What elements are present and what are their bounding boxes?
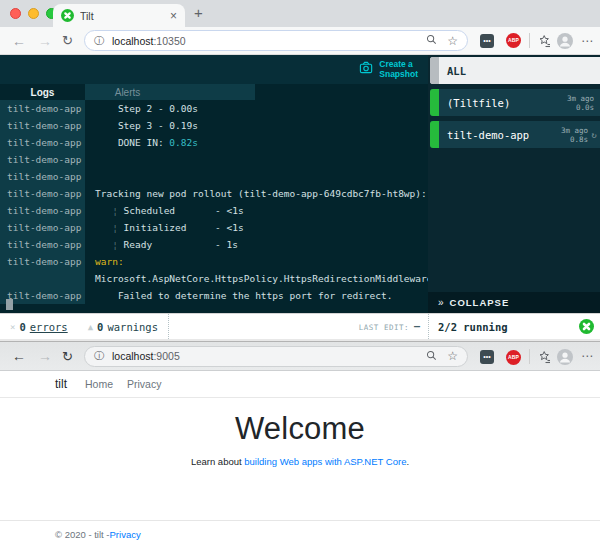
resource-card-all[interactable]: ALL <box>430 57 600 84</box>
tab-logs[interactable]: Logs <box>0 84 85 100</box>
nav-link-home[interactable]: Home <box>85 378 113 390</box>
running-status: 2/2 running <box>428 314 600 339</box>
tab-close-icon[interactable]: × <box>170 9 177 23</box>
new-tab-button[interactable]: + <box>194 4 203 21</box>
forward-icon[interactable]: → <box>38 349 52 363</box>
address-bar[interactable]: ⓘ localhost :10350 ☆ <box>84 30 468 51</box>
bookmarks-list-icon[interactable] <box>537 350 551 364</box>
running-count: 2/2 running <box>438 321 579 333</box>
warnings-status[interactable]: ▲ 0 warnings <box>78 314 168 339</box>
tab-alerts[interactable]: Alerts <box>85 84 170 100</box>
log-tree-bar: ¦ <box>95 239 124 250</box>
resource-sidebar: ALL (Tiltfile) 3m ago 0.0s tilt-demo-app… <box>428 55 600 313</box>
reload-icon[interactable]: ↻ <box>62 34 73 47</box>
url-host: localhost <box>112 350 153 362</box>
collapse-sidebar-button[interactable]: » COLLAPSE <box>428 292 600 313</box>
macos-close-button[interactable] <box>10 8 21 19</box>
browser-menu-icon[interactable]: ⋯ <box>581 34 593 48</box>
warnings-count: 0 <box>97 321 103 333</box>
log-source-label: tilt-demo-app <box>0 117 85 134</box>
resource-status-strip <box>430 89 439 116</box>
adblock-extension-icon[interactable]: ABP <box>506 350 521 365</box>
browser-window-tilt: Tilt × + ← → ↻ ⓘ localhost :10350 ☆ ••• … <box>0 0 600 339</box>
log-source-label: tilt-demo-app <box>0 185 85 202</box>
resource-last-deploy: 3m ago <box>561 126 588 135</box>
extension-icon[interactable]: ••• <box>480 34 494 48</box>
resource-status-strip <box>430 121 439 148</box>
tilt-favicon-icon <box>61 9 74 22</box>
site-footer: © 2020 - tilt - Privacy <box>0 520 600 547</box>
toolbar-divider <box>529 33 530 48</box>
adblock-extension-icon[interactable]: ABP <box>506 33 521 48</box>
tab-strip: Tilt × + <box>0 0 600 27</box>
warning-triangle-icon: ▲ <box>88 322 93 332</box>
reload-icon[interactable]: ↻ <box>62 350 73 363</box>
status-divider <box>168 314 169 339</box>
profile-avatar-icon[interactable] <box>557 33 573 49</box>
bookmark-star-icon[interactable]: ☆ <box>447 34 458 48</box>
resource-card-tiltfile[interactable]: (Tiltfile) 3m ago 0.0s <box>430 89 600 116</box>
address-bar[interactable]: ⓘ localhost :9005 ☆ <box>84 346 468 367</box>
errors-status[interactable]: × 0 errors <box>0 314 78 339</box>
log-source-label: tilt-demo-app <box>0 151 85 168</box>
browser-window-welcome: ← → ↻ ⓘ localhost :9005 ☆ ••• ABP ⋯ tilt… <box>0 341 600 547</box>
chevrons-right-icon: » <box>438 297 444 308</box>
log-line: Step 3 - 0.19s <box>95 120 198 131</box>
errors-link[interactable]: errors <box>30 321 68 333</box>
tilt-tabs: Logs Alerts <box>0 84 255 100</box>
resource-build-duration: 0.8s <box>570 135 588 144</box>
tilt-header: Create a Snapshot <box>0 55 428 84</box>
log-source-label: tilt-demo-app <box>0 219 85 236</box>
log-source-label: tilt-demo-app <box>0 202 85 219</box>
log-source-label: tilt-demo-app <box>0 168 85 185</box>
browser-menu-icon[interactable]: ⋯ <box>581 349 593 363</box>
browser-tab-tilt[interactable]: Tilt × <box>53 4 185 27</box>
back-icon[interactable]: ← <box>12 349 26 363</box>
zoom-search-icon[interactable] <box>426 34 437 47</box>
back-icon[interactable]: ← <box>12 34 26 48</box>
snapshot-label-line1: Create a <box>379 59 413 69</box>
log-line: Ready - 1s <box>124 239 238 250</box>
site-brand-link[interactable]: tilt <box>55 377 67 391</box>
log-row: tilt-demo-app Step 3 - 0.19s <box>0 117 428 134</box>
subtitle-text: Learn about <box>191 456 244 467</box>
log-tree-bar: ¦ <box>95 222 124 233</box>
log-pane[interactable]: tilt-demo-app Step 2 - 0.00s tilt-demo-a… <box>0 100 428 313</box>
browser-toolbar: ← → ↻ ⓘ localhost :10350 ☆ ••• ABP ⋯ <box>0 27 600 55</box>
log-row: tilt-demo-app Failed to determine the ht… <box>0 287 428 304</box>
log-row: tilt-demo-app Step 2 - 0.00s <box>0 100 428 117</box>
spinner-icon: ↻ <box>592 130 597 140</box>
create-snapshot-button[interactable]: Create a Snapshot <box>359 60 418 79</box>
log-source-label: tilt-demo-app <box>0 236 85 253</box>
site-content: Welcome Learn about building Web apps wi… <box>0 398 600 467</box>
last-edit-status: LAST EDIT: — <box>359 321 428 332</box>
url-port: :10350 <box>153 35 185 47</box>
last-edit-value: — <box>414 321 420 332</box>
log-line: Initialized - <1s <box>124 222 244 233</box>
aspnet-docs-link[interactable]: building Web apps with ASP.NET Core <box>244 456 406 467</box>
bookmarks-list-icon[interactable] <box>537 34 551 48</box>
resource-last-deploy: 3m ago <box>567 94 594 103</box>
log-warn-label: warn: <box>95 256 124 267</box>
site-info-icon[interactable]: ⓘ <box>94 349 104 363</box>
log-line: DONE IN: <box>95 137 169 148</box>
log-line: Microsoft.AspNetCore.HttpsPolicy.HttpsRe… <box>95 273 428 284</box>
log-line: Scheduled - <1s <box>124 205 244 216</box>
url-port: :9005 <box>153 350 179 362</box>
nav-link-privacy[interactable]: Privacy <box>127 378 161 390</box>
page-title: Welcome <box>0 411 600 447</box>
forward-icon[interactable]: → <box>38 34 52 48</box>
footer-privacy-link[interactable]: Privacy <box>110 529 141 540</box>
resource-card-tilt-demo-app[interactable]: tilt-demo-app 3m ago 0.8s ↻ <box>430 121 600 148</box>
profile-avatar-icon[interactable] <box>557 349 573 365</box>
tab-title: Tilt <box>80 10 170 22</box>
log-line: Tracking new pod rollout (tilt-demo-app-… <box>95 188 427 199</box>
warnings-label: warnings <box>107 321 158 333</box>
extension-icon[interactable]: ••• <box>480 350 494 364</box>
log-row: tilt-demo-app DONE IN: 0.82s <box>0 134 428 151</box>
bookmark-star-icon[interactable]: ☆ <box>447 349 458 363</box>
macos-minimize-button[interactable] <box>28 8 39 19</box>
site-info-icon[interactable]: ⓘ <box>94 34 104 48</box>
zoom-search-icon[interactable] <box>426 350 437 363</box>
snapshot-camera-icon <box>359 60 374 79</box>
